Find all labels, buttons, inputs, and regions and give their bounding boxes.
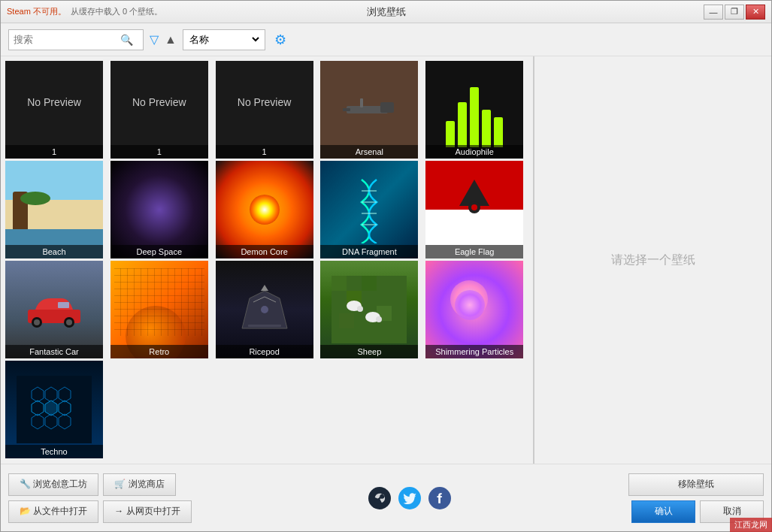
wallpaper-label-demoncore: Demon Core — [216, 245, 313, 258]
search-wrapper: 🔍 — [8, 29, 144, 50]
wallpaper-item-techno[interactable]: Techno — [5, 361, 103, 458]
wallpaper-label-no2: 1 — [111, 145, 208, 159]
wallpaper-item-ricepod[interactable]: Ricepod — [216, 261, 313, 358]
search-input[interactable] — [14, 34, 119, 45]
browse-store-button[interactable]: 🛒 浏览商店 — [103, 473, 175, 496]
svg-point-29 — [376, 316, 382, 322]
svg-point-17 — [261, 306, 268, 313]
watermark: 江西龙网 — [730, 518, 772, 532]
svg-marker-35 — [45, 401, 57, 416]
restore-button[interactable]: ❐ — [725, 5, 744, 20]
wallpaper-item-demoncore[interactable]: Demon Core — [216, 161, 313, 258]
wallpaper-label-fantasticcar: Fantastic Car — [5, 345, 103, 358]
wallpaper-label-sheep: Sheep — [320, 345, 418, 358]
toolbar: 🔍 ▽ ▲ 名称 日期 大小 ⚙ — [1, 23, 771, 56]
wallpaper-label-retro: Retro — [111, 345, 208, 358]
svg-rect-23 — [362, 276, 377, 291]
confirm-button[interactable]: 确认 — [631, 500, 695, 523]
wallpaper-item-retro[interactable]: Retro — [111, 261, 208, 358]
wallpaper-grid-area: No Preview 1 No Preview 1 No — [1, 56, 534, 464]
wallpaper-item-dnafragment[interactable]: DNA Fragment — [320, 161, 418, 258]
app-window: Steam 不可用。 从缓存中载入 0 个壁纸。 浏览壁纸 — ❐ ✕ 🔍 ▽ … — [0, 0, 772, 532]
wallpaper-item-arsenal[interactable]: Arsenal — [320, 61, 418, 159]
open-web-button[interactable]: → 从网页中打开 — [103, 500, 191, 523]
wallpaper-label-no3: 1 — [216, 145, 313, 159]
wallpaper-item-deepspace[interactable]: Deep Space — [111, 161, 208, 258]
wallpaper-grid: No Preview 1 No Preview 1 No — [4, 59, 530, 460]
title-bar-left: Steam 不可用。 从缓存中载入 0 个壁纸。 — [7, 6, 162, 17]
wallpaper-item-beach[interactable]: Beach — [5, 161, 103, 258]
no-preview-label-2: No Preview — [132, 96, 186, 108]
twitter-social-icon[interactable] — [398, 487, 421, 509]
btn-row-top: 🔧 浏览创意工坊 🛒 浏览商店 — [8, 473, 192, 496]
preview-panel: 请选择一个壁纸 — [534, 56, 771, 464]
wallpaper-label-arsenal: Arsenal — [320, 145, 418, 159]
svg-point-28 — [357, 306, 363, 312]
steam-sub-text: 从缓存中载入 0 个壁纸。 — [71, 6, 162, 17]
wallpaper-label-techno: Techno — [5, 445, 103, 458]
window-title: 浏览壁纸 — [367, 5, 406, 19]
bottom-left-actions: 🔧 浏览创意工坊 🛒 浏览商店 📂 从文件中打开 → 从网页中打开 — [8, 473, 192, 523]
steam-social-icon[interactable] — [368, 487, 391, 509]
btn-row-bottom: 📂 从文件中打开 → 从网页中打开 — [8, 500, 192, 523]
bottom-center-socials — [368, 487, 451, 509]
wallpaper-label-no1: 1 — [5, 145, 103, 159]
grid-scroll[interactable]: No Preview 1 No Preview 1 No — [1, 56, 533, 464]
svg-point-10 — [471, 204, 477, 210]
close-button[interactable]: ✕ — [746, 5, 765, 20]
wallpaper-item-shimmering[interactable]: Shimmering Particles — [425, 261, 523, 358]
remove-wallpaper-button[interactable]: 移除壁纸 — [628, 473, 764, 496]
wallpaper-item-no2[interactable]: No Preview 1 — [111, 61, 208, 159]
sort-select-wrapper: 名称 日期 大小 — [183, 29, 265, 50]
svg-point-13 — [34, 319, 40, 325]
svg-rect-21 — [332, 276, 347, 291]
bottom-right-actions: 移除壁纸 确认 取消 — [628, 473, 764, 523]
wallpaper-item-no3[interactable]: No Preview 1 — [216, 61, 313, 159]
wallpaper-label-audiophile: Audiophile — [425, 145, 523, 159]
sort-select[interactable]: 名称 日期 大小 — [186, 33, 262, 46]
svg-rect-1 — [343, 108, 350, 111]
title-bar: Steam 不可用。 从缓存中载入 0 个壁纸。 浏览壁纸 — ❐ ✕ — [1, 1, 771, 23]
wallpaper-item-sheep[interactable]: Sheep — [320, 261, 418, 358]
search-button[interactable]: 🔍 — [119, 34, 135, 46]
wallpaper-item-fantasticcar[interactable]: Fantastic Car — [5, 261, 103, 358]
bottom-bar: 🔧 浏览创意工坊 🛒 浏览商店 📂 从文件中打开 → 从网页中打开 — [1, 464, 771, 531]
browse-workshop-button[interactable]: 🔧 浏览创意工坊 — [8, 473, 98, 496]
open-file-button[interactable]: 📂 从文件中打开 — [8, 500, 98, 523]
no-preview-label: No Preview — [27, 96, 81, 108]
wallpaper-label-deepspace: Deep Space — [111, 245, 208, 258]
wallpaper-label-beach: Beach — [5, 245, 103, 258]
wallpaper-label-dnafragment: DNA Fragment — [320, 245, 418, 258]
svg-marker-19 — [261, 285, 268, 291]
svg-rect-18 — [248, 325, 281, 327]
settings-gear-icon[interactable]: ⚙ — [274, 32, 286, 48]
svg-rect-3 — [380, 102, 394, 113]
svg-point-15 — [66, 319, 72, 325]
wallpaper-label-shimmering: Shimmering Particles — [425, 345, 523, 358]
filter-icon[interactable]: ▽ — [150, 32, 159, 47]
svg-rect-25 — [339, 313, 354, 328]
no-preview-label-3: No Preview — [238, 96, 292, 108]
wallpaper-label-eagleflag: Eagle Flag — [425, 245, 523, 258]
wallpaper-item-audiophile[interactable]: Audiophile — [425, 61, 523, 159]
minimize-button[interactable]: — — [704, 5, 723, 20]
svg-rect-16 — [58, 302, 69, 308]
wallpaper-item-eagleflag[interactable]: Eagle Flag — [425, 161, 523, 258]
facebook-social-icon[interactable] — [428, 487, 451, 509]
wallpaper-item-no1[interactable]: No Preview 1 — [5, 61, 103, 159]
preview-placeholder-text: 请选择一个壁纸 — [611, 252, 695, 268]
window-controls: — ❐ ✕ — [704, 5, 765, 20]
wallpaper-label-ricepod: Ricepod — [216, 345, 313, 358]
main-content: No Preview 1 No Preview 1 No — [1, 56, 771, 464]
steam-error-text: Steam 不可用。 — [7, 6, 66, 17]
sort-up-icon[interactable]: ▲ — [165, 33, 177, 47]
svg-rect-2 — [360, 98, 363, 107]
